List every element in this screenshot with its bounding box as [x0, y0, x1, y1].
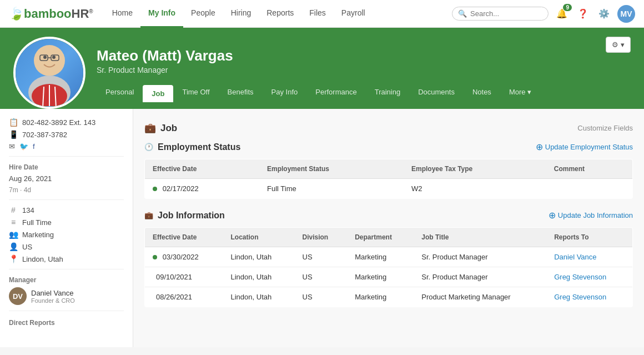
notifications-icon[interactable]: 🔔 9	[554, 6, 570, 22]
profile-settings-button[interactable]: ⚙ ▾	[606, 37, 631, 53]
profile-title: Sr. Product Manager	[97, 66, 631, 74]
job-division-3: US	[295, 287, 348, 307]
job-division-2: US	[295, 267, 348, 287]
job-information-table: Effective Date Location Division Departm…	[144, 227, 633, 307]
sidebar-location: 📍 Lindon, Utah	[9, 254, 124, 263]
employment-date-cell: 02/17/2022	[145, 179, 260, 199]
update-employment-status-link[interactable]: ⊕ Update Employment Status	[536, 142, 633, 152]
job-date-1: 03/30/2022	[145, 247, 223, 267]
employment-status-icon: 🕐	[144, 143, 153, 151]
user-avatar[interactable]: MV	[617, 5, 635, 23]
job-department-1: Marketing	[347, 247, 414, 267]
update-job-info-link[interactable]: ⊕ Update Job Information	[549, 210, 633, 221]
search-icon: 🔍	[458, 9, 467, 18]
manager-avatar: DV	[9, 287, 27, 305]
sidebar-type: ≡ Full Time	[9, 218, 124, 227]
sidebar-hire-duration: 7m · 4d	[9, 186, 124, 194]
nav-home[interactable]: Home	[104, 0, 140, 28]
id-icon: #	[9, 206, 18, 214]
location-icon: 📍	[9, 254, 18, 263]
notification-badge: 9	[563, 4, 572, 11]
col-effective-date-2: Effective Date	[145, 228, 223, 247]
sidebar-region: 👤 US	[9, 242, 124, 251]
hire-date-label: Hire Date	[9, 163, 124, 171]
tab-personal[interactable]: Personal	[97, 83, 143, 102]
job-header: 💼 Job Customize Fields	[144, 118, 633, 142]
job-reports-to-1: Daniel Vance	[546, 247, 632, 267]
employment-status-title-row: 🕐 Employment Status	[144, 142, 240, 152]
tab-time-off[interactable]: Time Off	[173, 83, 218, 102]
job-title-row: 💼 Job	[144, 122, 177, 134]
tab-job[interactable]: Job	[143, 85, 173, 102]
sidebar-social: ✉ 🐦 f	[9, 142, 124, 151]
job-content: 💼 Job Customize Fields 🕐 Employment Stat…	[133, 109, 644, 347]
job-reports-to-3: Greg Stevenson	[546, 287, 632, 307]
tab-more[interactable]: More ▾	[500, 83, 540, 102]
direct-reports-label[interactable]: Direct Reports	[9, 319, 124, 327]
employment-status-section: 🕐 Employment Status ⊕ Update Employment …	[144, 142, 633, 199]
search-box[interactable]: 🔍	[452, 7, 549, 21]
nav-links: Home My Info People Hiring Reports Files…	[104, 0, 452, 28]
nav-people[interactable]: People	[183, 0, 223, 28]
twitter-icon[interactable]: 🐦	[19, 142, 28, 151]
nav-hiring[interactable]: Hiring	[223, 0, 259, 28]
tax-type-cell: W2	[404, 179, 546, 199]
nav-files[interactable]: Files	[301, 0, 334, 28]
job-title-2: Sr. Product Manager	[414, 267, 546, 287]
reports-to-link-3[interactable]: Greg Stevenson	[554, 293, 606, 301]
facebook-icon[interactable]: f	[33, 142, 35, 151]
sidebar-id: # 134	[9, 206, 124, 214]
svg-point-0	[34, 45, 65, 76]
customize-fields-link[interactable]: Customize Fields	[577, 124, 633, 132]
dept-icon: 👥	[9, 230, 18, 239]
nav-payroll[interactable]: Payroll	[334, 0, 373, 28]
job-info-icon: 💼	[144, 211, 153, 219]
type-icon: ≡	[9, 218, 18, 227]
profile-tabs: Personal Job Time Off Benefits Pay Info …	[97, 83, 631, 102]
comment-cell	[546, 179, 633, 199]
col-reports-to: Reports To	[546, 228, 632, 247]
top-nav: 🍃bambooHR® Home My Info People Hiring Re…	[0, 0, 644, 28]
reports-to-link-2[interactable]: Greg Stevenson	[554, 273, 606, 281]
sidebar: 📋 802-482-3892 Ext. 143 📱 702-387-3782 ✉…	[0, 109, 133, 347]
job-location-3: Lindon, Utah	[223, 287, 295, 307]
region-icon: 👤	[9, 242, 18, 251]
nav-reports[interactable]: Reports	[259, 0, 301, 28]
table-row: 08/26/2021 Lindon, Utah US Marketing Pro…	[145, 287, 633, 307]
col-comment: Comment	[546, 159, 633, 179]
col-division: Division	[295, 228, 348, 247]
profile-info: Mateo (Matt) Vargas Sr. Product Manager …	[97, 47, 631, 109]
job-title-1: Sr. Product Manager	[414, 247, 546, 267]
help-icon[interactable]: ❓	[575, 6, 591, 22]
manager-row: DV Daniel Vance Founder & CRO	[9, 287, 124, 305]
profile-name: Mateo (Matt) Vargas	[97, 47, 631, 64]
current-indicator-job	[153, 255, 157, 259]
employment-status-title: Employment Status	[158, 142, 240, 152]
tab-performance[interactable]: Performance	[306, 83, 365, 102]
search-input[interactable]	[470, 9, 542, 18]
tab-benefits[interactable]: Benefits	[219, 83, 263, 102]
table-row: 03/30/2022 Lindon, Utah US Marketing Sr.…	[145, 247, 633, 267]
col-department: Department	[347, 228, 414, 247]
reports-to-link-1[interactable]: Daniel Vance	[554, 253, 596, 261]
logo[interactable]: 🍃bambooHR®	[9, 7, 93, 21]
plus-icon: ⊕	[536, 142, 543, 152]
nav-my-info[interactable]: My Info	[140, 0, 183, 28]
email-icon[interactable]: ✉	[9, 142, 15, 151]
settings-icon[interactable]: ⚙️	[596, 6, 612, 22]
job-department-3: Marketing	[347, 287, 414, 307]
svg-point-2	[43, 56, 47, 59]
job-title-3: Product Marketing Manager	[414, 287, 546, 307]
tab-notes[interactable]: Notes	[464, 83, 500, 102]
tab-documents[interactable]: Documents	[409, 83, 464, 102]
table-row: 09/10/2021 Lindon, Utah US Marketing Sr.…	[145, 267, 633, 287]
tab-pay-info[interactable]: Pay Info	[263, 83, 307, 102]
svg-point-3	[52, 56, 56, 59]
employment-status-table: Effective Date Employment Status Employe…	[144, 159, 633, 199]
phone-icon: 📋	[9, 118, 18, 127]
mobile-icon: 📱	[9, 130, 18, 139]
tab-training[interactable]: Training	[366, 83, 409, 102]
avatar-image	[16, 39, 83, 107]
nav-right: 🔍 🔔 9 ❓ ⚙️ MV	[452, 5, 635, 23]
sidebar-dept: 👥 Marketing	[9, 230, 124, 239]
